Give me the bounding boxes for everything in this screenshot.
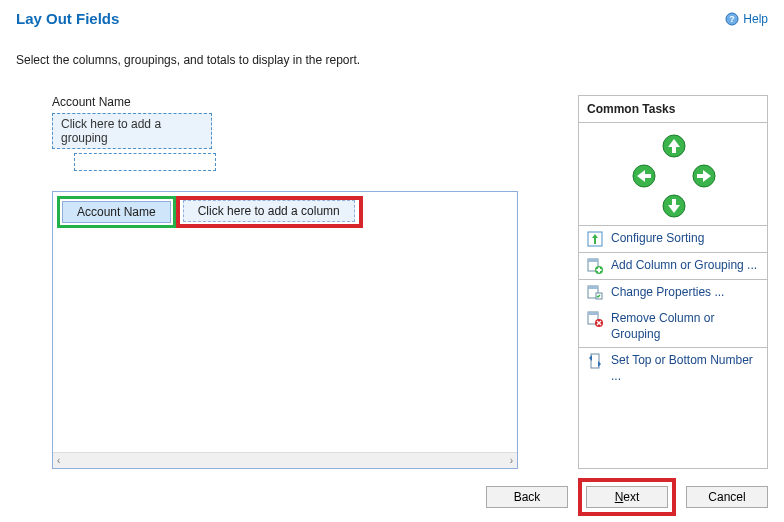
add-column-label: Add Column or Grouping ... (611, 258, 757, 274)
scroll-right-icon[interactable]: › (510, 455, 513, 466)
next-button[interactable]: Next (586, 486, 668, 508)
add-column-link[interactable]: Add Column or Grouping ... (579, 253, 767, 279)
common-tasks-panel: Common Tasks (578, 95, 768, 469)
add-column-placeholder[interactable]: Click here to add a column (183, 200, 355, 222)
remove-column-link[interactable]: Remove Column or Grouping (579, 306, 767, 347)
sort-icon (587, 231, 603, 247)
move-right-button[interactable] (691, 163, 717, 189)
help-label: Help (743, 12, 768, 26)
move-left-button[interactable] (631, 163, 657, 189)
back-button[interactable]: Back (486, 486, 568, 508)
change-properties-link[interactable]: Change Properties ... (579, 280, 767, 306)
grouping-field-label: Account Name (52, 95, 558, 109)
grouping-sub-placeholder[interactable] (74, 153, 216, 171)
help-icon: ? (725, 12, 739, 26)
top-bottom-icon (587, 353, 603, 369)
remove-column-label: Remove Column or Grouping (611, 311, 759, 342)
change-properties-label: Change Properties ... (611, 285, 724, 301)
common-tasks-title: Common Tasks (579, 96, 767, 123)
column-header-account-name[interactable]: Account Name (62, 201, 171, 223)
svg-rect-25 (591, 354, 599, 368)
set-top-bottom-link[interactable]: Set Top or Bottom Number ... (579, 348, 767, 389)
properties-icon (587, 285, 603, 301)
svg-rect-21 (588, 312, 598, 315)
add-column-highlight: Click here to add a column (176, 196, 363, 228)
configure-sorting-link[interactable]: Configure Sorting (579, 226, 767, 252)
svg-text:?: ? (730, 14, 736, 24)
add-grouping-placeholder[interactable]: Click here to add a grouping (52, 113, 212, 149)
page-title: Lay Out Fields (16, 10, 119, 27)
scroll-left-icon[interactable]: ‹ (57, 455, 60, 466)
move-down-button[interactable] (661, 193, 687, 219)
configure-sorting-label: Configure Sorting (611, 231, 704, 247)
help-link[interactable]: ? Help (725, 12, 768, 26)
svg-rect-18 (588, 286, 598, 289)
next-button-highlight: Next (578, 478, 676, 516)
instructions-text: Select the columns, groupings, and total… (16, 53, 768, 67)
horizontal-scrollbar[interactable]: ‹ › (53, 452, 517, 468)
add-column-icon (587, 258, 603, 274)
set-top-bottom-label: Set Top or Bottom Number ... (611, 353, 759, 384)
remove-column-icon (587, 311, 603, 327)
selected-column-highlight: Account Name (57, 196, 176, 228)
svg-rect-13 (588, 259, 598, 262)
report-layout-area: Account Name Click here to add a column … (52, 191, 518, 469)
cancel-button[interactable]: Cancel (686, 486, 768, 508)
move-up-button[interactable] (661, 133, 687, 159)
svg-rect-16 (597, 269, 602, 271)
